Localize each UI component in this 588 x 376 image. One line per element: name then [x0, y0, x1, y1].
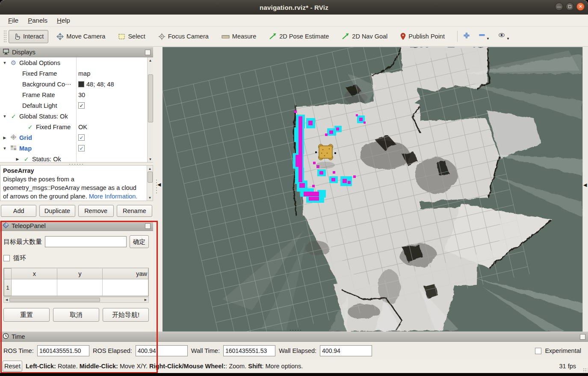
column-header-x[interactable]: x: [12, 269, 57, 279]
expander-icon[interactable]: ▶: [2, 136, 8, 140]
tool-select[interactable]: Select: [113, 30, 150, 43]
tool-move-camera[interactable]: Move Camera: [52, 30, 110, 43]
column-header-y[interactable]: y: [57, 269, 103, 279]
collapse-left-icon[interactable]: ◀: [157, 182, 161, 187]
expander-icon[interactable]: ▼: [2, 61, 8, 65]
table-horizontal-scrollbar[interactable]: ◀ ▶: [3, 297, 149, 303]
grid-checkbox[interactable]: ✓: [78, 134, 85, 141]
teleop-panel-header[interactable]: TeleopPanel: [0, 221, 153, 231]
tree-row-map-status[interactable]: ▶ ✓ Status: Ok: [0, 154, 153, 163]
status-bar: Reset Left-Click: Rotate. Middle-Click: …: [0, 359, 588, 373]
tree-row-default-light[interactable]: Default Light ✓: [0, 100, 153, 111]
tool-interact[interactable]: Interact: [9, 30, 48, 43]
tree-row-background-color[interactable]: Background Co⋯ 48; 48; 48: [0, 79, 153, 89]
scrollbar-thumb[interactable]: [9, 298, 100, 302]
scroll-down-icon[interactable]: ▼: [147, 195, 153, 201]
scroll-left-icon[interactable]: ◀: [4, 297, 9, 302]
more-information-link[interactable]: More Information.: [89, 193, 138, 200]
reset-goals-button[interactable]: 重置: [3, 308, 50, 322]
tool-2d-nav-goal[interactable]: 2D Nav Goal: [337, 30, 392, 43]
cancel-button[interactable]: 取消: [53, 308, 99, 322]
scroll-right-icon[interactable]: ▶: [143, 297, 148, 302]
duplicate-button[interactable]: Duplicate: [39, 205, 75, 217]
cell-y[interactable]: [57, 279, 103, 296]
add-display-tool[interactable]: [462, 30, 471, 43]
expander-icon[interactable]: ▶: [15, 157, 21, 161]
tree-row-fixed-frame-status[interactable]: ✓ Fixed Frame OK: [0, 121, 153, 132]
cell-yaw[interactable]: [103, 279, 148, 296]
experimental-checkbox[interactable]: [535, 348, 541, 354]
toolbar-separator: [457, 31, 458, 42]
tool-focus-camera[interactable]: Focus Camera: [154, 30, 213, 43]
tree-value[interactable]: 48; 48; 48: [86, 81, 114, 88]
tool-publish-point[interactable]: Publish Point: [396, 30, 449, 43]
start-navigation-button[interactable]: 开始导航!: [103, 308, 149, 322]
tree-value[interactable]: map: [78, 70, 90, 77]
displays-panel: Displays ▼ ⚙ Global Options: [0, 47, 153, 163]
scroll-up-icon[interactable]: ▲: [148, 57, 154, 63]
tree-row-global-status[interactable]: ▼ ✓ Global Status: Ok: [0, 111, 153, 121]
tool-2d-pose-estimate[interactable]: 2D Pose Estimate: [264, 30, 334, 43]
chevron-down-icon[interactable]: ▼: [506, 37, 510, 41]
ros-elapsed-input[interactable]: [136, 345, 188, 356]
scrollbar-thumb[interactable]: [148, 74, 153, 122]
close-button[interactable]: ✕: [576, 3, 585, 11]
scroll-up-icon[interactable]: ▲: [147, 166, 153, 172]
tree-row-fixed-frame[interactable]: Fixed Frame map: [0, 68, 153, 79]
confirm-button[interactable]: 确定: [130, 235, 149, 248]
reset-button[interactable]: Reset: [3, 361, 22, 372]
tree-row-grid[interactable]: ▶ Grid ✓: [0, 132, 153, 143]
ros-time-input[interactable]: [37, 345, 89, 356]
displays-tree: ▼ ⚙ Global Options Fixed Frame map Backg…: [0, 57, 153, 163]
panel-float-button[interactable]: [145, 223, 151, 229]
collapse-left-icon[interactable]: ◀: [583, 182, 587, 188]
wall-elapsed-input[interactable]: [320, 345, 372, 356]
viewport-bottom-splitter-handle[interactable]: [289, 329, 302, 331]
time-panel-header[interactable]: Time: [0, 332, 588, 342]
description-scrollbar[interactable]: ▲ ▼: [147, 166, 153, 201]
scrollbar-thumb[interactable]: [148, 172, 153, 183]
maximize-button[interactable]: [566, 3, 574, 11]
default-light-checkbox[interactable]: ✓: [78, 102, 85, 109]
map-checkbox[interactable]: ✓: [78, 145, 85, 151]
left-panel-splitter[interactable]: ◀: [153, 47, 163, 332]
expander-icon[interactable]: ▼: [2, 114, 8, 118]
right-panel-splitter[interactable]: ◀: [582, 47, 588, 332]
scroll-down-icon[interactable]: ▼: [148, 156, 154, 162]
monitor-icon: [3, 48, 9, 56]
add-button[interactable]: Add: [1, 205, 36, 217]
wall-time-input[interactable]: [223, 345, 275, 356]
minimize-button[interactable]: —: [555, 3, 563, 11]
loop-checkbox[interactable]: [3, 255, 10, 261]
remove-button[interactable]: Remove: [78, 205, 114, 217]
tree-row-map[interactable]: ▼ Map ✓: [0, 143, 153, 154]
panel-float-button[interactable]: [145, 50, 151, 55]
table-corner: [4, 269, 12, 279]
menu-help[interactable]: Help: [53, 16, 74, 25]
color-swatch[interactable]: [78, 81, 84, 87]
displays-scrollbar[interactable]: ▲ ▼: [147, 57, 153, 162]
max-goal-input[interactable]: [45, 236, 127, 247]
visibility-tool[interactable]: ▼: [496, 30, 511, 43]
menu-panels[interactable]: Panels: [24, 16, 51, 25]
rename-button[interactable]: Rename: [117, 205, 152, 217]
tree-row-frame-rate[interactable]: Frame Rate 30: [0, 89, 153, 100]
window-title: navigation.rviz* - RViz: [260, 4, 328, 11]
toolbar-drag-handle[interactable]: [3, 30, 7, 43]
render-viewport[interactable]: [163, 47, 582, 332]
panel-float-button[interactable]: [580, 334, 585, 340]
displays-panel-header[interactable]: Displays: [0, 47, 153, 57]
window-resize-grip[interactable]: [583, 368, 587, 372]
remove-display-tool[interactable]: ▼: [477, 30, 490, 43]
menu-file[interactable]: File: [4, 16, 22, 25]
chevron-down-icon[interactable]: ▼: [486, 37, 490, 41]
row-header[interactable]: 1: [4, 279, 12, 296]
tree-value[interactable]: 30: [78, 92, 85, 98]
render-canvas: [163, 47, 582, 332]
expander-icon[interactable]: ▼: [2, 146, 8, 151]
column-header-yaw[interactable]: yaw: [103, 269, 148, 279]
cell-x[interactable]: [12, 279, 57, 296]
tool-measure[interactable]: Measure: [217, 30, 261, 43]
tree-row-global-options[interactable]: ▼ ⚙ Global Options: [0, 57, 153, 68]
titlebar[interactable]: navigation.rviz* - RViz — ✕: [0, 0, 588, 15]
